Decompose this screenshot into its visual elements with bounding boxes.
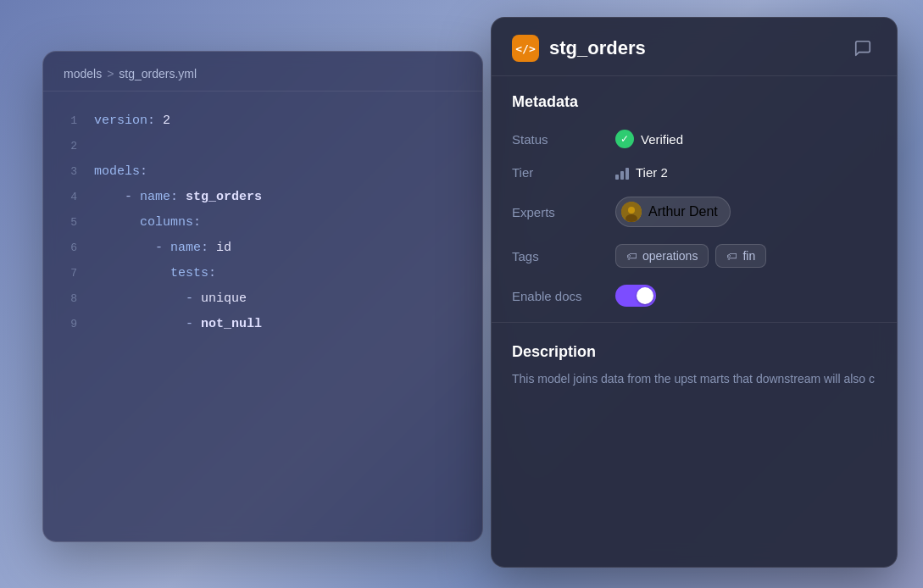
line-code-4: - name: stg_orders (94, 185, 262, 210)
comment-button[interactable] (849, 35, 876, 62)
code-line-6: 6 - name: id (64, 236, 462, 261)
code-line-8: 8 - unique (64, 286, 462, 312)
tags-label: Tags (512, 249, 605, 263)
model-icon: </> (512, 35, 539, 62)
experts-row: Experts Arthur Dent (492, 188, 897, 236)
code-line-1: 1 version: 2 (64, 108, 462, 134)
breadcrumb-part2: stg_orders.yml (119, 67, 197, 80)
toggle-knob (637, 287, 653, 304)
enable-docs-label: Enable docs (512, 289, 605, 303)
breadcrumb-part1: models (64, 67, 102, 80)
line-code-7: tests: (94, 261, 216, 286)
breadcrumb-separator: > (107, 67, 114, 80)
line-code-5: columns: (94, 210, 201, 236)
line-code-8: - unique (94, 286, 247, 312)
experts-label: Experts (512, 205, 605, 219)
page-title: stg_orders (549, 37, 646, 59)
code-editor-panel: models > stg_orders.yml 1 version: 2 2 3… (42, 51, 483, 542)
line-num-7: 7 (64, 263, 77, 285)
title-group: </> stg_orders (512, 35, 646, 62)
description-section: Description This model joins data from t… (492, 330, 897, 405)
status-value: ✓ Verified (615, 130, 683, 148)
line-code-2 (94, 134, 102, 159)
tags-row: Tags 🏷 operations 🏷 fin (492, 236, 897, 276)
tier-text: Tier 2 (636, 165, 668, 180)
line-num-9: 9 (64, 313, 77, 336)
line-code-9: - not_null (94, 312, 262, 337)
tier-bars-icon (615, 166, 629, 180)
tag-label-fin: fin (742, 249, 755, 263)
tag-label-operations: operations (642, 249, 698, 263)
tag-icon: 🏷 (626, 250, 637, 263)
line-code-1: version: 2 (94, 108, 170, 134)
metadata-section-title: Metadata (492, 76, 897, 121)
tag-icon-2: 🏷 (726, 250, 737, 263)
metadata-panel: </> stg_orders Metadata Status ✓ Verifie… (491, 17, 898, 568)
line-num-1: 1 (64, 110, 77, 132)
panel-header: </> stg_orders (492, 18, 897, 76)
line-num-5: 5 (64, 212, 77, 234)
line-num-6: 6 (64, 237, 77, 259)
status-row: Status ✓ Verified (492, 121, 897, 157)
description-title: Description (512, 330, 876, 369)
divider (492, 322, 897, 323)
code-line-2: 2 (64, 134, 462, 159)
tier-row: Tier Tier 2 (492, 157, 897, 188)
status-text: Verified (641, 132, 683, 147)
tag-fin[interactable]: 🏷 fin (715, 244, 766, 268)
description-text: This model joins data from the upst mart… (512, 369, 876, 388)
breadcrumb: models > stg_orders.yml (43, 52, 482, 92)
tier-value: Tier 2 (615, 165, 668, 180)
line-code-6: - name: id (94, 236, 231, 261)
status-label: Status (512, 132, 605, 147)
line-num-8: 8 (64, 288, 77, 310)
code-line-5: 5 columns: (64, 210, 462, 236)
verified-icon: ✓ (615, 130, 634, 148)
expert-name: Arthur Dent (648, 204, 718, 219)
enable-docs-toggle[interactable] (615, 285, 656, 307)
expert-chip[interactable]: Arthur Dent (615, 197, 731, 227)
line-num-3: 3 (64, 161, 77, 183)
svg-point-1 (628, 207, 635, 214)
tier-label: Tier (512, 165, 605, 180)
tags-container: 🏷 operations 🏷 fin (615, 244, 766, 268)
code-line-3: 3 models: (64, 159, 462, 185)
code-line-7: 7 tests: (64, 261, 462, 286)
line-code-3: models: (94, 159, 147, 185)
line-num-2: 2 (64, 136, 77, 158)
line-num-4: 4 (64, 186, 77, 208)
enable-docs-row: Enable docs (492, 276, 897, 315)
code-line-4: 4 - name: stg_orders (64, 185, 462, 210)
code-content: 1 version: 2 2 3 models: 4 - name: stg_o… (43, 92, 482, 354)
code-line-9: 9 - not_null (64, 312, 462, 337)
avatar (621, 202, 642, 222)
tag-operations[interactable]: 🏷 operations (615, 244, 709, 268)
